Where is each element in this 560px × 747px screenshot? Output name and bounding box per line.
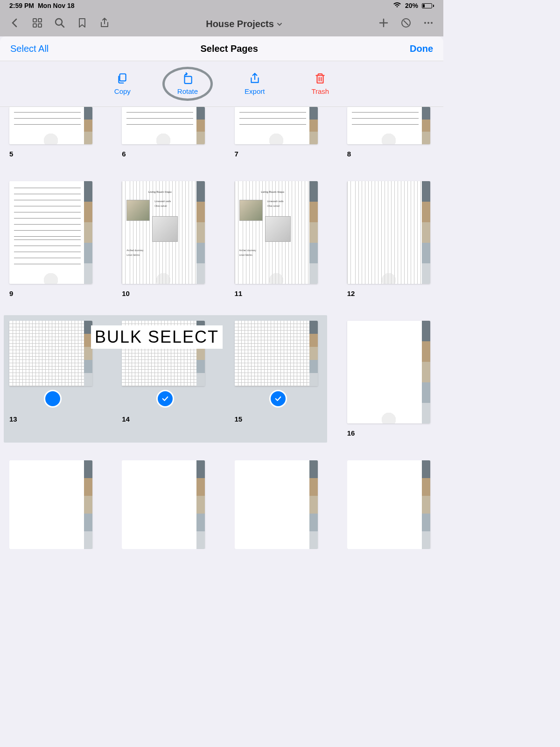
page-thumbnail-15[interactable]: 15 [235, 321, 322, 437]
grid-icon[interactable] [32, 17, 43, 30]
page-thumbnail-20[interactable] [347, 460, 434, 549]
bookmark-icon[interactable] [77, 17, 88, 30]
page-thumbnail-11[interactable]: Living Room Inspo Limewash walls Olive s… [235, 181, 322, 297]
bulk-select-annotation: BULK SELECT [91, 325, 223, 349]
page-thumbnail-13[interactable]: 13 [9, 321, 96, 437]
svg-rect-3 [38, 24, 42, 27]
copy-button[interactable]: Copy [114, 72, 131, 95]
chevron-down-icon[interactable] [277, 19, 282, 29]
svg-rect-14 [184, 77, 191, 84]
page-number: 11 [235, 289, 322, 297]
back-icon[interactable] [9, 17, 21, 30]
page-number: 9 [9, 289, 96, 297]
svg-rect-0 [33, 19, 36, 22]
svg-point-10 [424, 22, 426, 24]
done-button[interactable]: Done [410, 43, 433, 54]
export-button[interactable]: Export [245, 72, 265, 95]
page-number: 14 [122, 415, 209, 423]
document-title[interactable]: House Projects [206, 19, 274, 29]
page-thumbnail-9[interactable]: 9 [9, 181, 96, 297]
svg-rect-1 [38, 19, 42, 22]
selection-checkmark-icon [269, 390, 287, 408]
svg-rect-13 [120, 74, 126, 81]
select-pages-header: Select All Select Pages Done [0, 36, 443, 61]
wifi-icon [393, 2, 401, 9]
trash-label: Trash [311, 87, 329, 95]
collage-text: Linen fabrics [126, 254, 140, 256]
collage-text: Olive swivel [267, 204, 280, 207]
page-thumbnail-17[interactable] [9, 460, 96, 549]
page-thumbnail-6[interactable]: 6 [122, 107, 209, 158]
search-icon[interactable] [54, 17, 65, 30]
trash-icon [314, 72, 326, 85]
collage-text: Olive swivel [154, 204, 167, 207]
copy-icon [116, 72, 128, 85]
select-pages-title: Select Pages [200, 43, 258, 54]
rotate-icon [182, 72, 194, 85]
page-number: 15 [235, 415, 322, 423]
page-thumbnail-5[interactable]: 5 [9, 107, 96, 158]
selection-checkmark-icon [44, 390, 62, 408]
select-all-button[interactable]: Select All [10, 43, 49, 54]
action-toolbar: Copy Rotate Export Trash [0, 61, 443, 107]
share-icon[interactable] [99, 17, 110, 30]
page-number: 13 [9, 415, 96, 423]
svg-point-12 [431, 22, 433, 24]
status-date: Mon Nov 18 [38, 2, 75, 9]
page-number: 8 [347, 150, 434, 158]
rotate-button[interactable]: Rotate [177, 72, 198, 95]
page-thumbnail-18[interactable] [122, 460, 209, 549]
more-icon[interactable] [423, 17, 434, 30]
svg-point-11 [427, 22, 429, 24]
main-toolbar: House Projects [0, 11, 443, 36]
svg-line-5 [61, 24, 64, 27]
collage-text: Arched doorway [239, 249, 256, 252]
page-number: 6 [122, 150, 209, 158]
selection-checkmark-icon [156, 390, 174, 408]
page-thumbnail-8[interactable]: 8 [347, 107, 434, 158]
collage-text: Linen fabrics [239, 254, 252, 256]
collage-text: Arched doorway [126, 249, 143, 252]
page-thumbnail-10[interactable]: Living Room Inspo Limewash walls Olive s… [122, 181, 209, 297]
collage-text: Limewash walls [154, 200, 171, 203]
page-number: 7 [235, 150, 322, 158]
copy-label: Copy [114, 87, 131, 95]
page-thumbnail-7[interactable]: 7 [235, 107, 322, 158]
battery-percent: 20% [405, 2, 418, 9]
trash-button[interactable]: Trash [311, 72, 329, 95]
page-thumbnail-12[interactable]: 12 [347, 181, 434, 297]
add-icon[interactable] [378, 17, 389, 30]
svg-rect-2 [33, 24, 36, 27]
page-number: 16 [347, 429, 434, 437]
svg-line-9 [404, 21, 408, 25]
page-number: 10 [122, 289, 209, 297]
shape-icon[interactable] [400, 17, 412, 30]
collage-text: Limewash walls [267, 200, 284, 203]
status-time: 2:59 PM [9, 2, 34, 9]
rotate-label: Rotate [177, 87, 198, 95]
collage-title: Living Room Inspo [239, 190, 306, 193]
collage-title: Living Room Inspo [126, 190, 193, 193]
page-thumbnail-19[interactable] [235, 460, 322, 549]
status-bar: 2:59 PM Mon Nov 18 20% [0, 0, 443, 11]
export-label: Export [245, 87, 265, 95]
page-number: 5 [9, 150, 96, 158]
page-thumbnail-16[interactable]: 16 [347, 321, 434, 437]
export-icon [249, 72, 261, 85]
battery-icon [422, 3, 434, 8]
page-number: 12 [347, 289, 434, 297]
